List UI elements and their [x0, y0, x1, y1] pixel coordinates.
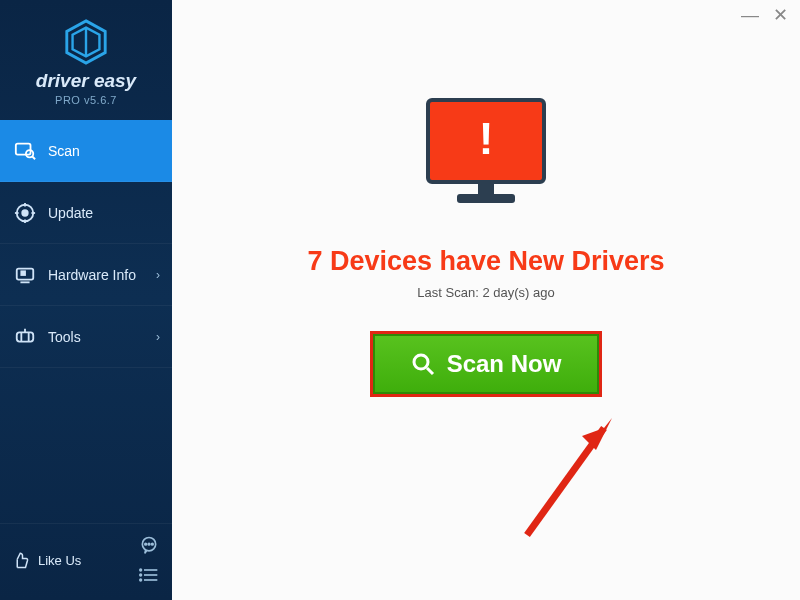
exclamation-icon: !	[479, 114, 494, 164]
sidebar-item-scan[interactable]: Scan	[0, 120, 172, 182]
main-panel: ! 7 Devices have New Drivers Last Scan: …	[172, 0, 800, 600]
svg-rect-3	[16, 143, 31, 154]
sidebar-item-tools[interactable]: Tools ›	[0, 306, 172, 368]
like-us-label: Like Us	[38, 553, 81, 568]
brand-logo-icon	[62, 18, 110, 66]
sidebar-item-hardware-info[interactable]: Hardware Info ›	[0, 244, 172, 306]
scan-now-button[interactable]: Scan Now	[373, 334, 600, 394]
status-headline: 7 Devices have New Drivers	[307, 246, 664, 277]
chevron-right-icon: ›	[156, 330, 160, 344]
brand-version: PRO v5.6.7	[55, 94, 117, 106]
svg-line-31	[527, 428, 604, 535]
close-button[interactable]: ✕	[773, 6, 788, 24]
scan-now-label: Scan Now	[447, 350, 562, 378]
svg-point-7	[22, 210, 28, 216]
monitor-stand-base	[457, 194, 515, 203]
hardware-info-icon	[14, 264, 36, 286]
svg-point-26	[140, 569, 142, 571]
svg-point-21	[148, 543, 150, 545]
sidebar-item-label: Update	[48, 205, 93, 221]
feedback-button[interactable]	[138, 534, 160, 556]
update-icon	[14, 202, 36, 224]
sidebar-corner-icons	[138, 534, 160, 586]
svg-rect-13	[21, 271, 25, 275]
annotation-arrow-icon	[512, 410, 632, 540]
svg-point-28	[140, 579, 142, 581]
sidebar-item-label: Tools	[48, 329, 81, 345]
minimize-button[interactable]: —	[741, 6, 759, 24]
sidebar-footer: Like Us	[0, 523, 172, 600]
svg-point-29	[414, 355, 428, 369]
svg-point-22	[152, 543, 154, 545]
thumbs-up-icon	[12, 551, 30, 569]
monitor-stand-neck	[478, 184, 494, 194]
monitor-alert-graphic: !	[421, 98, 551, 218]
svg-point-27	[140, 574, 142, 576]
window-controls: — ✕	[729, 0, 800, 30]
search-icon	[411, 352, 435, 376]
brand-block: driver easy PRO v5.6.7	[0, 0, 172, 120]
menu-button[interactable]	[138, 564, 160, 586]
chat-icon	[139, 535, 159, 555]
monitor-screen: !	[426, 98, 546, 184]
like-us-button[interactable]: Like Us	[12, 551, 81, 569]
svg-line-30	[427, 368, 433, 374]
svg-rect-15	[17, 332, 34, 341]
svg-marker-32	[582, 418, 612, 450]
sidebar-item-label: Scan	[48, 143, 80, 159]
tools-icon	[14, 326, 36, 348]
app-window: — ✕ driver easy PRO v5.6.7 Scan	[0, 0, 800, 600]
chevron-right-icon: ›	[156, 268, 160, 282]
brand-name: driver easy	[36, 70, 136, 92]
list-icon	[139, 565, 159, 585]
svg-point-20	[145, 543, 147, 545]
last-scan-text: Last Scan: 2 day(s) ago	[417, 285, 554, 300]
sidebar-item-label: Hardware Info	[48, 267, 136, 283]
sidebar: driver easy PRO v5.6.7 Scan Update Ha	[0, 0, 172, 600]
svg-line-5	[32, 156, 35, 159]
sidebar-nav: Scan Update Hardware Info › Tools	[0, 120, 172, 368]
scan-icon	[14, 140, 36, 162]
sidebar-item-update[interactable]: Update	[0, 182, 172, 244]
